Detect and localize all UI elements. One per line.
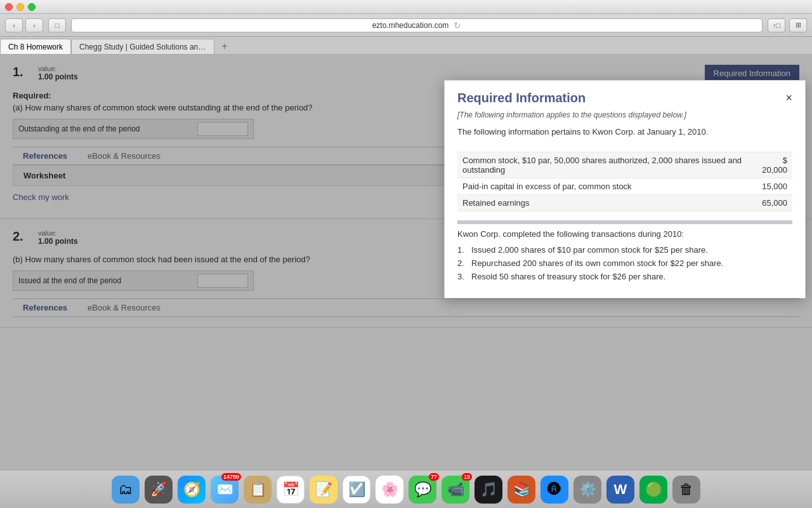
dock-trash[interactable]: 🗑 [672, 476, 700, 504]
modal-transaction-item: 1.Issued 2,000 shares of $10 par common … [457, 245, 792, 255]
modal-transaction-item: 3.Resold 50 shares of treasury stock for… [457, 272, 792, 281]
modal-transactions-intro: Kwon Corp. completed the following trans… [457, 229, 792, 239]
dock-mail[interactable]: ✉️ 14780 [211, 476, 239, 504]
dock-finder[interactable]: 🗂 [112, 476, 140, 504]
dock-launchpad[interactable]: 🚀 [145, 476, 173, 504]
new-tab-button[interactable]: ⊞ [789, 18, 807, 32]
back-button[interactable]: ‹ [5, 18, 23, 32]
dock: 🗂 🚀 🧭 ✉️ 14780 📋 📅 📝 ☑️ 🌸 💬 77 📹 15 🎵 📚 … [0, 470, 812, 508]
dock-contacts[interactable]: 📋 [244, 476, 272, 504]
dock-word[interactable]: W [606, 476, 634, 504]
mail-badge: 14780 [221, 473, 241, 481]
modal-intro: The following information pertains to Kw… [457, 127, 792, 137]
content-area: 1. value: 1.00 points Required Informati… [0, 55, 812, 470]
forward-button[interactable]: › [25, 18, 43, 32]
sidebar-button[interactable]: □ [48, 18, 66, 32]
reload-icon[interactable]: ↻ [454, 20, 461, 30]
dock-join[interactable]: 🟢 [639, 476, 667, 504]
dock-systemprefs[interactable]: ⚙️ [573, 476, 601, 504]
browser-chrome: ‹ › □ ezto.mheducation.com ↻ ↑□ ⊞ [0, 14, 812, 37]
modal-table-row: Paid-in capital in excess of par, common… [457, 178, 792, 195]
dock-facetime[interactable]: 📹 15 [442, 476, 469, 504]
modal-table: Common stock, $10 par, 50,000 shares aut… [457, 145, 792, 211]
modal-body: [The following information applies to th… [445, 110, 805, 298]
new-tab-add-button[interactable]: + [217, 39, 232, 54]
browser-actions: ↑□ ⊞ [768, 18, 807, 32]
dock-messages[interactable]: 💬 77 [409, 476, 436, 504]
tab-ch8-homework[interactable]: Ch 8 Homework [0, 39, 71, 54]
close-button[interactable] [5, 3, 13, 11]
dock-safari[interactable]: 🧭 [178, 476, 206, 504]
dock-photos[interactable]: 🌸 [376, 476, 403, 504]
modal-close-button[interactable]: × [785, 91, 792, 105]
url-text: ezto.mheducation.com [372, 21, 449, 30]
modal-table-row: Retained earnings65,000 [457, 195, 792, 211]
browser-tabs: Ch 8 Homework Chegg Study | Guided Solut… [0, 37, 812, 55]
modal-transaction-item: 2.Repurchased 200 shares of its own comm… [457, 258, 792, 268]
traffic-lights[interactable] [5, 3, 36, 11]
dock-music[interactable]: 🎵 [475, 476, 502, 504]
modal-overlay[interactable]: Required Information × [The following in… [0, 55, 812, 470]
facetime-badge: 15 [462, 473, 472, 481]
share-button[interactable]: ↑□ [768, 18, 785, 32]
maximize-button[interactable] [28, 3, 36, 11]
modal-subtitle: [The following information applies to th… [457, 110, 792, 119]
modal-title: Required Information [457, 91, 586, 105]
nav-buttons[interactable]: ‹ › [5, 18, 43, 32]
tab-chegg[interactable]: Chegg Study | Guided Solutions and Study… [71, 39, 214, 54]
dock-notes[interactable]: 📝 [310, 476, 337, 504]
title-bar [0, 0, 812, 14]
modal-header: Required Information × [445, 81, 805, 110]
dock-reminders[interactable]: ☑️ [343, 476, 370, 504]
dock-calendar[interactable]: 📅 [277, 476, 304, 504]
minimize-button[interactable] [16, 3, 24, 11]
modal-table-row: Common stock, $10 par, 50,000 shares aut… [457, 152, 792, 178]
dock-appstore[interactable]: 🅐 [540, 476, 568, 504]
modal-divider [457, 220, 792, 224]
modal-transactions-list: 1.Issued 2,000 shares of $10 par common … [457, 245, 792, 281]
dock-books[interactable]: 📚 [508, 476, 535, 504]
address-bar[interactable]: ezto.mheducation.com ↻ [71, 18, 763, 32]
required-info-modal: Required Information × [The following in… [444, 80, 806, 298]
messages-badge: 77 [429, 473, 439, 481]
